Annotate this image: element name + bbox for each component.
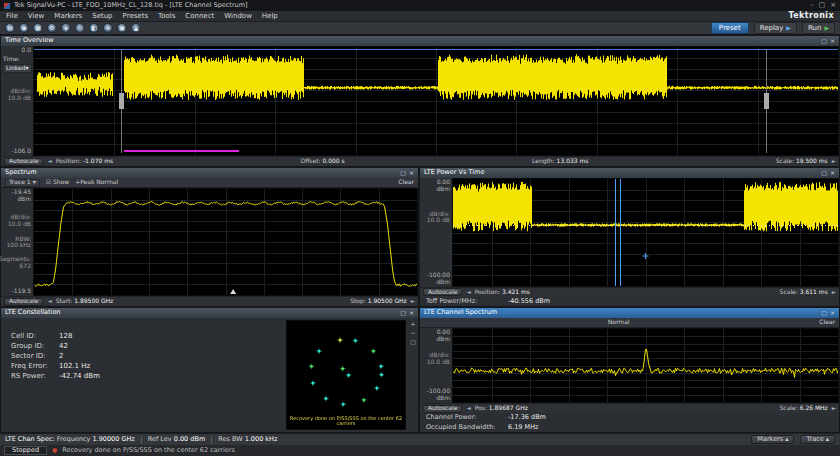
scale-label: Scale:: [776, 157, 794, 164]
pan-right-arrow[interactable]: ►: [832, 405, 836, 411]
markers-icon[interactable]: ▲: [131, 23, 141, 33]
ref-level-label: Ref Lev: [148, 435, 172, 443]
close-icon[interactable]: ×: [409, 310, 414, 317]
start-readout[interactable]: Start: 1.89500 GHz: [56, 298, 114, 305]
pan-left-arrow[interactable]: ◄: [47, 298, 51, 304]
reset-view-icon[interactable]: ▢: [410, 339, 416, 346]
autoscale-button[interactable]: Autoscale: [4, 158, 43, 166]
menu-markers[interactable]: Markers: [54, 12, 82, 20]
show-checkbox[interactable]: ☑ Show: [46, 179, 70, 186]
time-overview-plot[interactable]: [33, 46, 839, 156]
spectrum-header[interactable]: Spectrum ▢ ×: [1, 168, 418, 178]
position-readout[interactable]: Position: -1.070 ms: [56, 158, 114, 165]
frequency-value: 1.90000 GHz: [92, 435, 134, 443]
pan-right-arrow[interactable]: ►: [832, 289, 836, 295]
menu-setup[interactable]: Setup: [92, 12, 112, 20]
menu-tools[interactable]: Tools: [158, 12, 175, 20]
close-icon[interactable]: ×: [409, 170, 414, 177]
close-icon[interactable]: ×: [830, 170, 835, 177]
status-dot-icon: ●: [52, 447, 57, 454]
pan-right-arrow[interactable]: ►: [411, 298, 415, 304]
amplitude-icon[interactable]: ◈: [61, 23, 71, 33]
preset-button[interactable]: Preset: [711, 22, 749, 34]
close-icon[interactable]: ×: [830, 38, 835, 45]
pan-right-arrow[interactable]: ►: [832, 158, 836, 164]
undock-icon[interactable]: ▢: [400, 170, 406, 177]
rbw-value: 100 kHz: [7, 242, 32, 249]
displays-icon[interactable]: ▦: [33, 23, 43, 33]
markers-button[interactable]: Markers▴: [751, 435, 794, 444]
scale-readout[interactable]: Scale: 3.611 ms: [780, 289, 828, 296]
menu-help[interactable]: Help: [262, 12, 278, 20]
spectrum-canvas: [34, 189, 417, 295]
scale-value: 19.500 ms: [796, 157, 828, 164]
menu-window[interactable]: Window: [224, 12, 252, 20]
ref-level-readout[interactable]: Ref Lev 0.00 dBm: [148, 436, 205, 443]
toff-power-readout: Toff Power/MHz: -40.556 dBm: [420, 297, 839, 306]
pos-readout[interactable]: Pos: 1.89687 GHz: [475, 405, 528, 412]
scale-readout[interactable]: Scale: 6.26 MHz: [780, 405, 828, 412]
constellation-plot[interactable]: Recovery done on P/SS/SSS on the center …: [286, 320, 406, 430]
scale-label: Scale:: [780, 288, 798, 295]
pvt-plot[interactable]: [452, 178, 839, 287]
analysis-icon[interactable]: ▣: [117, 23, 127, 33]
pan-left-arrow[interactable]: ◄: [47, 158, 51, 164]
zoom-out-icon[interactable]: −: [410, 330, 415, 337]
chspec-plot[interactable]: [452, 328, 839, 403]
time-overview-canvas: [34, 47, 838, 155]
bandwidth-icon[interactable]: ◧: [89, 23, 99, 33]
lte-channel-spectrum-header[interactable]: LTE Channel Spectrum ▢ ×: [420, 308, 839, 318]
close-button[interactable]: ×: [830, 1, 836, 9]
frequency-readout[interactable]: LTE Chan Spec: Frequency 1.90000 GHz: [5, 436, 135, 443]
trace-button[interactable]: Trace▴: [800, 435, 835, 444]
segments-value: 672: [0, 263, 31, 270]
run-play-icon: ▶: [824, 25, 829, 32]
toff-label: Toff Power/MHz:: [426, 298, 504, 305]
undock-icon[interactable]: ▢: [821, 38, 827, 45]
lte-power-vs-time-header[interactable]: LTE Power Vs Time ▢ ×: [420, 168, 839, 178]
time-linked-dropdown[interactable]: Linked▾: [3, 64, 32, 73]
settings-icon[interactable]: ⚙: [47, 23, 57, 33]
constellation-tools: + − ▢: [408, 318, 418, 432]
save-icon[interactable]: ◉: [19, 23, 29, 33]
minimize-button[interactable]: –: [810, 1, 814, 9]
menu-connect[interactable]: Connect: [185, 12, 214, 20]
detector-label: +Peak Normal: [75, 179, 118, 186]
lte-constellation-header[interactable]: LTE Constellation ▢ ×: [1, 308, 418, 318]
trigger-icon[interactable]: ⊕: [103, 23, 113, 33]
stop-readout[interactable]: Stop: 1.90500 GHz: [350, 298, 407, 305]
toff-value: -40.556 dBm: [508, 298, 550, 305]
axis-top-unit: dBm: [436, 335, 450, 342]
undock-icon[interactable]: ▢: [400, 310, 406, 317]
pan-left-arrow[interactable]: ◄: [466, 289, 470, 295]
time-overview-header[interactable]: Time Overview ▢ ×: [1, 36, 839, 46]
replay-button[interactable]: Replay ▶: [754, 22, 797, 34]
menu-file[interactable]: File: [6, 12, 18, 20]
close-icon[interactable]: ×: [830, 310, 835, 317]
trace-selector[interactable]: Trace 1▾: [5, 179, 40, 187]
clear-button[interactable]: Clear: [819, 319, 835, 326]
clear-button[interactable]: Clear: [398, 179, 414, 186]
maximize-button[interactable]: ▢: [819, 1, 826, 9]
run-button[interactable]: Run ▶: [802, 22, 835, 34]
spectrum-plot[interactable]: [33, 188, 418, 296]
undock-icon[interactable]: ▢: [821, 170, 827, 177]
frequency-icon[interactable]: ◎: [75, 23, 85, 33]
open-icon[interactable]: ▤: [5, 23, 15, 33]
menu-presets[interactable]: Presets: [123, 12, 148, 20]
dbdiv-value: 10.0 dB: [427, 217, 450, 224]
dbdiv-value: 10.0 dB: [8, 95, 31, 102]
position-readout[interactable]: Position: 3.421 ms: [475, 289, 530, 296]
pvt-axis: 0.00dBm dB/div: 10.0 dB -100.00dBm: [420, 178, 452, 287]
res-bw-readout[interactable]: Res BW 1.000 kHz: [218, 436, 277, 443]
menu-view[interactable]: View: [28, 12, 45, 20]
autoscale-button[interactable]: Autoscale: [4, 298, 43, 306]
undock-icon[interactable]: ▢: [821, 310, 827, 317]
autoscale-button[interactable]: Autoscale: [423, 405, 462, 413]
time-overview-controls: Autoscale ◄ Position: -1.070 ms Offset: …: [1, 156, 839, 166]
scale-readout[interactable]: Scale: 19.500 ms: [776, 158, 828, 165]
zoom-in-icon[interactable]: +: [410, 321, 415, 328]
expand-up-icon: ▴: [785, 436, 788, 443]
autoscale-button[interactable]: Autoscale: [423, 288, 462, 296]
pan-left-arrow[interactable]: ◄: [466, 405, 470, 411]
